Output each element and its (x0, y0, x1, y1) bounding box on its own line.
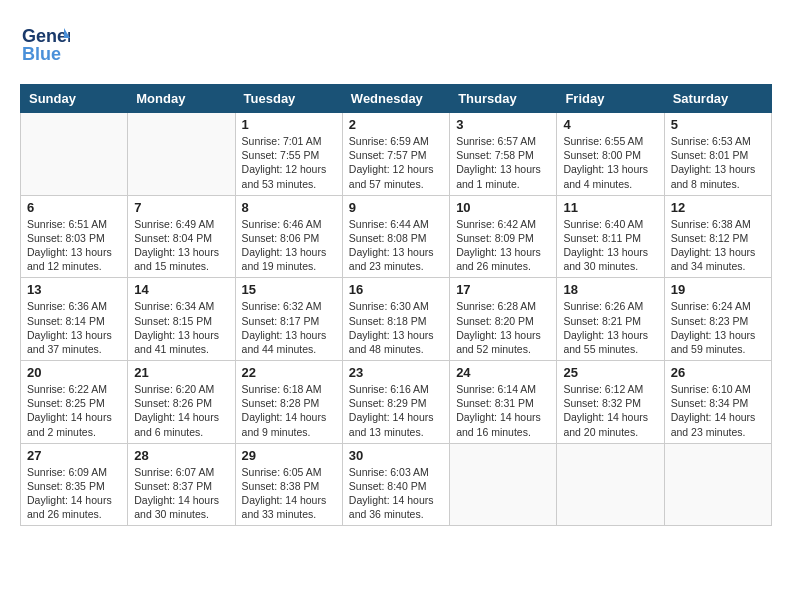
calendar-cell (557, 443, 664, 526)
day-number: 1 (242, 117, 336, 132)
day-number: 14 (134, 282, 228, 297)
calendar-cell: 11Sunrise: 6:40 AM Sunset: 8:11 PM Dayli… (557, 195, 664, 278)
calendar-cell (128, 113, 235, 196)
day-of-week-header: Friday (557, 85, 664, 113)
day-number: 18 (563, 282, 657, 297)
day-number: 9 (349, 200, 443, 215)
day-info: Sunrise: 6:03 AM Sunset: 8:40 PM Dayligh… (349, 465, 443, 522)
calendar-cell: 13Sunrise: 6:36 AM Sunset: 8:14 PM Dayli… (21, 278, 128, 361)
day-number: 13 (27, 282, 121, 297)
calendar-cell: 20Sunrise: 6:22 AM Sunset: 8:25 PM Dayli… (21, 361, 128, 444)
day-of-week-header: Wednesday (342, 85, 449, 113)
day-info: Sunrise: 6:28 AM Sunset: 8:20 PM Dayligh… (456, 299, 550, 356)
calendar-cell: 18Sunrise: 6:26 AM Sunset: 8:21 PM Dayli… (557, 278, 664, 361)
calendar-cell: 23Sunrise: 6:16 AM Sunset: 8:29 PM Dayli… (342, 361, 449, 444)
calendar-cell (21, 113, 128, 196)
day-info: Sunrise: 6:12 AM Sunset: 8:32 PM Dayligh… (563, 382, 657, 439)
calendar-cell: 28Sunrise: 6:07 AM Sunset: 8:37 PM Dayli… (128, 443, 235, 526)
calendar-cell: 8Sunrise: 6:46 AM Sunset: 8:06 PM Daylig… (235, 195, 342, 278)
calendar-cell: 9Sunrise: 6:44 AM Sunset: 8:08 PM Daylig… (342, 195, 449, 278)
day-number: 16 (349, 282, 443, 297)
day-number: 30 (349, 448, 443, 463)
calendar-cell: 17Sunrise: 6:28 AM Sunset: 8:20 PM Dayli… (450, 278, 557, 361)
day-info: Sunrise: 6:22 AM Sunset: 8:25 PM Dayligh… (27, 382, 121, 439)
calendar-cell: 2Sunrise: 6:59 AM Sunset: 7:57 PM Daylig… (342, 113, 449, 196)
calendar-cell: 12Sunrise: 6:38 AM Sunset: 8:12 PM Dayli… (664, 195, 771, 278)
day-of-week-header: Thursday (450, 85, 557, 113)
day-number: 12 (671, 200, 765, 215)
calendar-cell: 21Sunrise: 6:20 AM Sunset: 8:26 PM Dayli… (128, 361, 235, 444)
day-info: Sunrise: 6:53 AM Sunset: 8:01 PM Dayligh… (671, 134, 765, 191)
day-number: 25 (563, 365, 657, 380)
day-of-week-header: Saturday (664, 85, 771, 113)
calendar-cell: 4Sunrise: 6:55 AM Sunset: 8:00 PM Daylig… (557, 113, 664, 196)
day-info: Sunrise: 6:40 AM Sunset: 8:11 PM Dayligh… (563, 217, 657, 274)
day-number: 20 (27, 365, 121, 380)
day-number: 22 (242, 365, 336, 380)
day-number: 26 (671, 365, 765, 380)
day-number: 10 (456, 200, 550, 215)
day-info: Sunrise: 6:09 AM Sunset: 8:35 PM Dayligh… (27, 465, 121, 522)
day-number: 23 (349, 365, 443, 380)
day-info: Sunrise: 6:16 AM Sunset: 8:29 PM Dayligh… (349, 382, 443, 439)
day-of-week-header: Monday (128, 85, 235, 113)
svg-text:General: General (22, 26, 70, 46)
calendar-cell: 5Sunrise: 6:53 AM Sunset: 8:01 PM Daylig… (664, 113, 771, 196)
day-info: Sunrise: 6:05 AM Sunset: 8:38 PM Dayligh… (242, 465, 336, 522)
calendar-cell: 29Sunrise: 6:05 AM Sunset: 8:38 PM Dayli… (235, 443, 342, 526)
day-info: Sunrise: 6:10 AM Sunset: 8:34 PM Dayligh… (671, 382, 765, 439)
calendar-cell: 6Sunrise: 6:51 AM Sunset: 8:03 PM Daylig… (21, 195, 128, 278)
day-of-week-header: Tuesday (235, 85, 342, 113)
day-number: 28 (134, 448, 228, 463)
day-number: 6 (27, 200, 121, 215)
day-info: Sunrise: 7:01 AM Sunset: 7:55 PM Dayligh… (242, 134, 336, 191)
day-info: Sunrise: 6:30 AM Sunset: 8:18 PM Dayligh… (349, 299, 443, 356)
day-info: Sunrise: 6:44 AM Sunset: 8:08 PM Dayligh… (349, 217, 443, 274)
day-number: 7 (134, 200, 228, 215)
day-number: 3 (456, 117, 550, 132)
day-info: Sunrise: 6:49 AM Sunset: 8:04 PM Dayligh… (134, 217, 228, 274)
calendar-cell: 14Sunrise: 6:34 AM Sunset: 8:15 PM Dayli… (128, 278, 235, 361)
calendar-cell: 19Sunrise: 6:24 AM Sunset: 8:23 PM Dayli… (664, 278, 771, 361)
day-number: 24 (456, 365, 550, 380)
day-info: Sunrise: 6:51 AM Sunset: 8:03 PM Dayligh… (27, 217, 121, 274)
calendar-week-row: 27Sunrise: 6:09 AM Sunset: 8:35 PM Dayli… (21, 443, 772, 526)
day-info: Sunrise: 6:36 AM Sunset: 8:14 PM Dayligh… (27, 299, 121, 356)
calendar-cell: 22Sunrise: 6:18 AM Sunset: 8:28 PM Dayli… (235, 361, 342, 444)
day-number: 4 (563, 117, 657, 132)
day-number: 21 (134, 365, 228, 380)
day-info: Sunrise: 6:42 AM Sunset: 8:09 PM Dayligh… (456, 217, 550, 274)
day-number: 19 (671, 282, 765, 297)
calendar-cell: 15Sunrise: 6:32 AM Sunset: 8:17 PM Dayli… (235, 278, 342, 361)
day-number: 15 (242, 282, 336, 297)
day-number: 5 (671, 117, 765, 132)
calendar-cell: 3Sunrise: 6:57 AM Sunset: 7:58 PM Daylig… (450, 113, 557, 196)
day-info: Sunrise: 6:07 AM Sunset: 8:37 PM Dayligh… (134, 465, 228, 522)
day-info: Sunrise: 6:57 AM Sunset: 7:58 PM Dayligh… (456, 134, 550, 191)
header: General Blue (20, 20, 772, 74)
logo-icon: General Blue (20, 20, 70, 70)
day-number: 8 (242, 200, 336, 215)
day-info: Sunrise: 6:32 AM Sunset: 8:17 PM Dayligh… (242, 299, 336, 356)
calendar-cell: 1Sunrise: 7:01 AM Sunset: 7:55 PM Daylig… (235, 113, 342, 196)
day-number: 29 (242, 448, 336, 463)
calendar-cell: 24Sunrise: 6:14 AM Sunset: 8:31 PM Dayli… (450, 361, 557, 444)
calendar-cell: 30Sunrise: 6:03 AM Sunset: 8:40 PM Dayli… (342, 443, 449, 526)
day-info: Sunrise: 6:24 AM Sunset: 8:23 PM Dayligh… (671, 299, 765, 356)
day-number: 27 (27, 448, 121, 463)
calendar-cell: 27Sunrise: 6:09 AM Sunset: 8:35 PM Dayli… (21, 443, 128, 526)
day-number: 2 (349, 117, 443, 132)
day-info: Sunrise: 6:59 AM Sunset: 7:57 PM Dayligh… (349, 134, 443, 191)
day-info: Sunrise: 6:14 AM Sunset: 8:31 PM Dayligh… (456, 382, 550, 439)
day-info: Sunrise: 6:18 AM Sunset: 8:28 PM Dayligh… (242, 382, 336, 439)
day-of-week-header: Sunday (21, 85, 128, 113)
calendar-cell: 7Sunrise: 6:49 AM Sunset: 8:04 PM Daylig… (128, 195, 235, 278)
day-info: Sunrise: 6:55 AM Sunset: 8:00 PM Dayligh… (563, 134, 657, 191)
calendar-cell: 25Sunrise: 6:12 AM Sunset: 8:32 PM Dayli… (557, 361, 664, 444)
day-number: 11 (563, 200, 657, 215)
day-info: Sunrise: 6:46 AM Sunset: 8:06 PM Dayligh… (242, 217, 336, 274)
calendar-cell (664, 443, 771, 526)
logo: General Blue (20, 20, 70, 74)
calendar-week-row: 6Sunrise: 6:51 AM Sunset: 8:03 PM Daylig… (21, 195, 772, 278)
calendar-table: SundayMondayTuesdayWednesdayThursdayFrid… (20, 84, 772, 526)
